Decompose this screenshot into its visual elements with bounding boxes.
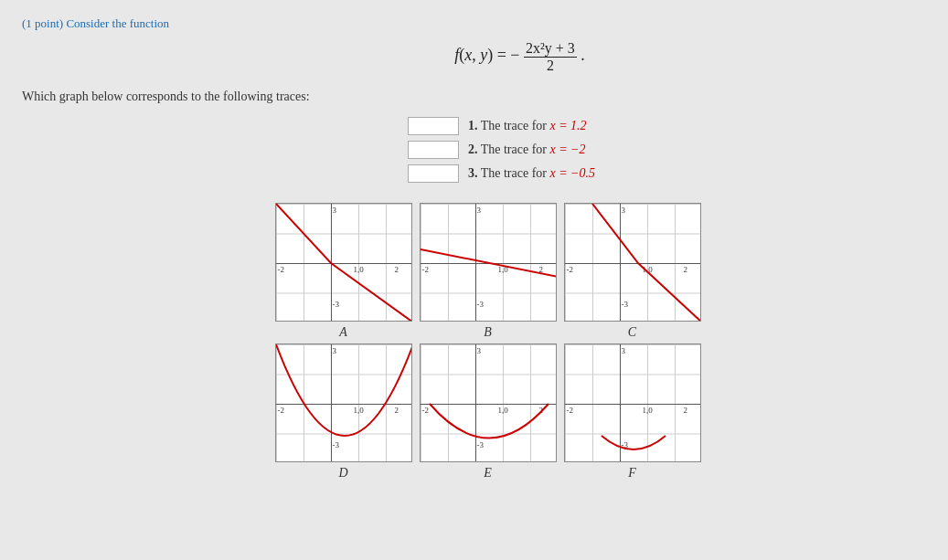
traces-section: 1. The trace for x = 1.2 2. The trace fo… (77, 117, 926, 188)
graph-label-D: D (338, 466, 347, 481)
function-period: . (581, 46, 585, 64)
trace-label-1: 1. The trace for x = 1.2 (468, 119, 587, 133)
graph-label-F: F (628, 466, 636, 481)
graph-cell-B: 3 -3 -2 2 1,0 B (420, 203, 557, 340)
trace-checkbox-3[interactable] (408, 164, 459, 183)
graph-box-C: 3 -3 -2 2 1,0 (564, 203, 701, 322)
trace-eq-1: x = 1.2 (549, 119, 586, 132)
function-display: f(x, y) = − 2x²y + 3 2 . (113, 40, 926, 73)
bottom-graphs-row: 3 -3 -2 2 1,0 D 3 -3 (275, 343, 701, 481)
trace-label-3: 3. The trace for x = −0.5 (468, 166, 595, 181)
graph-F-svg (565, 344, 701, 462)
which-graph-label: Which graph below corresponds to the fol… (22, 90, 926, 104)
trace-checkbox-2[interactable] (408, 141, 459, 159)
graph-box-A: 3 -3 -2 2 1,0 (275, 203, 412, 322)
function-denominator: 2 (545, 58, 556, 74)
graph-label-C: C (628, 325, 636, 340)
graph-label-E: E (484, 466, 492, 481)
graph-cell-C: 3 -3 -2 2 1,0 C (564, 203, 701, 340)
graph-E-svg (421, 344, 557, 462)
trace-eq-2: x = −2 (549, 143, 585, 156)
graph-A-svg (276, 204, 412, 322)
traces-list: 1. The trace for x = 1.2 2. The trace fo… (408, 117, 595, 188)
page: (1 point) Consider the function f(x, y) … (0, 0, 948, 560)
graph-label-A: A (339, 325, 347, 340)
graph-label-B: B (484, 325, 492, 340)
function-fraction: 2x²y + 3 2 (524, 40, 577, 73)
trace-eq-3: x = −0.5 (549, 166, 595, 180)
graph-C-svg (565, 204, 701, 322)
graphs-container: 3 -3 -2 2 1,0 A 3 -3 (49, 203, 926, 484)
trace-item-3: 3. The trace for x = −0.5 (408, 164, 595, 183)
function-numerator: 2x²y + 3 (524, 40, 577, 58)
graph-cell-D: 3 -3 -2 2 1,0 D (275, 343, 412, 481)
trace-item-2: 2. The trace for x = −2 (408, 141, 595, 159)
trace-label-2: 2. The trace for x = −2 (468, 143, 586, 157)
graph-cell-E: 3 -3 -2 2 1,0 E (420, 343, 557, 481)
graph-box-D: 3 -3 -2 2 1,0 (275, 343, 412, 462)
trace-item-1: 1. The trace for x = 1.2 (408, 117, 595, 135)
graph-cell-F: 3 -3 -2 2 1,0 F (564, 343, 701, 481)
top-graphs-row: 3 -3 -2 2 1,0 A 3 -3 (275, 203, 701, 340)
graph-box-E: 3 -3 -2 2 1,0 (420, 343, 557, 462)
point-label: (1 point) Consider the function (22, 16, 926, 31)
graph-D-svg (276, 344, 412, 462)
trace-checkbox-1[interactable] (408, 117, 459, 135)
graph-box-B: 3 -3 -2 2 1,0 (420, 203, 557, 322)
graph-box-F: 3 -3 -2 2 1,0 (564, 343, 701, 462)
graph-B-svg (421, 204, 557, 322)
function-lhs: f(x, y) = − (454, 46, 519, 64)
graph-cell-A: 3 -3 -2 2 1,0 A (275, 203, 412, 340)
